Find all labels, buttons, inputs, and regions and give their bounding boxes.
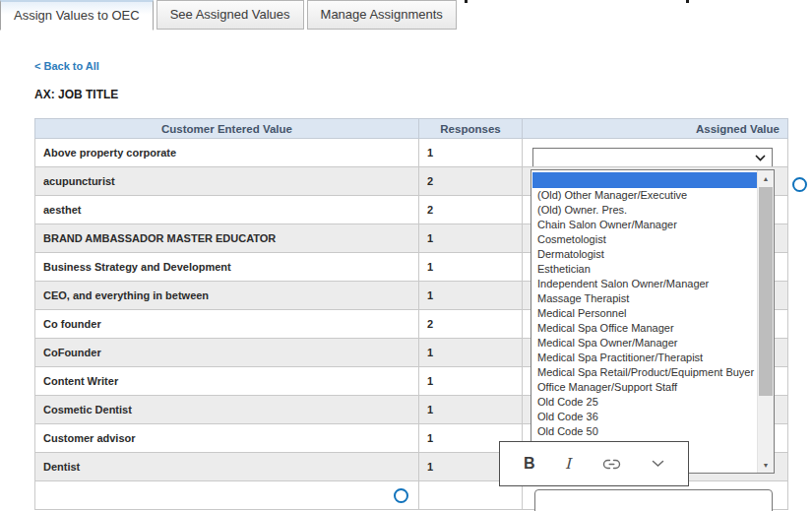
text-fragment	[465, 0, 468, 3]
select-chevron-down-icon	[755, 155, 766, 161]
dropdown-option[interactable]: Medical Spa Practitioner/Therapist	[531, 351, 757, 365]
dropdown-option[interactable]: Esthetician	[531, 262, 757, 277]
dropdown-option[interactable]: Medical Spa Owner/Manager	[531, 336, 757, 351]
dropdown-option[interactable]: (Old) Other Manager/Executive	[531, 188, 757, 203]
back-to-all-link[interactable]: < Back to All	[34, 60, 99, 72]
assign-values-screen: Assign Values to OECSee Assigned ValuesM…	[0, 0, 812, 511]
responses-cell: 1	[419, 139, 523, 167]
dropdown-option[interactable]: Office Manager/Support Staff	[531, 380, 757, 395]
customer-entered-value-cell: Customer advisor	[35, 424, 419, 453]
dropdown-option[interactable]: Chain Salon Owner/Manager	[531, 218, 757, 232]
responses-cell: 2	[419, 167, 523, 196]
text-editor-toolbar: B I	[499, 441, 689, 486]
assigned-value-dropdown-list: (Old) Other Manager/Executive(Old) Owner…	[531, 169, 775, 474]
column-header-responses: Responses	[419, 119, 523, 139]
customer-entered-value-cell: BRAND AMBASSADOR MASTER EDUCATOR	[35, 224, 419, 253]
dropdown-options: (Old) Other Manager/Executive(Old) Owner…	[531, 170, 757, 473]
responses-cell: 1	[419, 282, 523, 310]
tab-bar: Assign Values to OECSee Assigned ValuesM…	[0, 0, 457, 31]
customer-entered-value-cell: Co founder	[35, 310, 419, 339]
text-fragment	[686, 0, 689, 3]
dropdown-option[interactable]	[532, 172, 757, 188]
responses-cell: 1	[419, 339, 523, 367]
table-header-row: Customer Entered Value Responses Assigne…	[35, 119, 788, 139]
responses-cell: 1	[419, 367, 523, 396]
italic-button[interactable]: I	[565, 455, 571, 473]
dropdown-option[interactable]: Old Code 25	[531, 395, 757, 410]
dropdown-option[interactable]: Medical Personnel	[531, 306, 757, 321]
dropdown-option[interactable]: Old Code 36	[531, 410, 757, 424]
dropdown-option[interactable]: Massage Therapist	[531, 291, 757, 306]
column-header-customer-entered-value: Customer Entered Value	[35, 119, 419, 139]
page-title: AX: JOB TITLE	[34, 88, 118, 101]
empty-cell	[35, 481, 419, 510]
dropdown-scrollbar[interactable]: ▲ ▼	[757, 170, 774, 473]
customer-entered-value-cell: Cosmetic Dentist	[35, 396, 419, 424]
tab-see-assigned-values[interactable]: See Assigned Values	[156, 0, 304, 30]
scrollbar-thumb[interactable]	[759, 187, 773, 396]
customer-entered-value-cell: acupuncturist	[35, 167, 419, 196]
dropdown-option[interactable]: Medical Spa Office Manager	[531, 321, 757, 336]
tab-assign-values-to-oec[interactable]: Assign Values to OEC	[0, 0, 154, 31]
customer-entered-value-cell: Above property corporate	[35, 139, 419, 167]
annotation-circle-bottom	[394, 488, 408, 503]
link-icon[interactable]	[601, 458, 622, 471]
dropdown-option[interactable]: Dermatologist	[531, 247, 757, 262]
dropdown-option[interactable]: Old Code 50	[531, 424, 757, 439]
dropdown-option[interactable]: Independent Salon Owner/Manager	[531, 277, 757, 291]
assigned-value-select[interactable]	[532, 148, 773, 167]
dropdown-option[interactable]: Cosmetologist	[531, 232, 757, 247]
customer-entered-value-cell: Business Strategy and Development	[35, 253, 419, 282]
chevron-down-icon[interactable]	[652, 460, 664, 468]
customer-entered-value-cell: CoFounder	[35, 339, 419, 367]
customer-entered-value-cell: CEO, and everything in between	[35, 282, 419, 310]
customer-entered-value-cell: Content Writer	[35, 367, 419, 396]
annotation-circle-right	[792, 177, 807, 192]
scroll-down-button[interactable]: ▼	[758, 457, 774, 473]
responses-cell: 1	[419, 396, 523, 424]
customer-entered-value-cell: Dentist	[35, 453, 419, 481]
dropdown-option[interactable]: Medical Spa Retail/Product/Equipment Buy…	[531, 365, 757, 380]
bold-button[interactable]: B	[524, 455, 535, 473]
tab-manage-assignments[interactable]: Manage Assignments	[307, 0, 457, 30]
responses-cell: 1	[419, 224, 523, 253]
assigned-value-cell	[523, 139, 788, 167]
responses-cell: 2	[419, 310, 523, 339]
comment-input[interactable]	[534, 489, 773, 511]
table-row: Above property corporate1	[35, 139, 788, 167]
scroll-up-button[interactable]: ▲	[758, 170, 774, 186]
dropdown-option[interactable]: (Old) Owner. Pres.	[531, 203, 757, 218]
column-header-assigned-value: Assigned Value	[523, 119, 788, 139]
responses-cell: 2	[419, 196, 523, 224]
responses-cell: 1	[419, 253, 523, 282]
customer-entered-value-cell: aesthet	[35, 196, 419, 224]
